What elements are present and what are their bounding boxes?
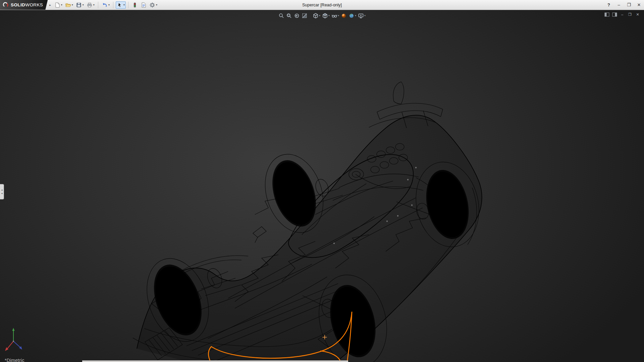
previous-view-icon — [294, 13, 300, 19]
window-title: Supercar [Read-only] — [302, 0, 342, 10]
display-style-button[interactable]: ▾ — [321, 12, 330, 19]
save-button[interactable]: ▾ — [75, 1, 85, 9]
dropdown-caret-icon[interactable]: ▾ — [123, 4, 125, 6]
options-button[interactable]: ▾ — [148, 1, 158, 9]
menu-flyout-arrow-icon[interactable]: ▸ — [49, 3, 51, 7]
orientation-triad[interactable] — [5, 328, 22, 351]
file-properties-button[interactable] — [140, 1, 148, 9]
options-gear-icon — [149, 2, 155, 8]
save-icon — [76, 2, 82, 8]
view-settings-icon — [358, 13, 364, 19]
undo-icon — [102, 2, 108, 8]
toolbar-separator — [128, 2, 128, 8]
toolbar-separator — [98, 2, 98, 8]
zoom-to-area-icon — [286, 13, 292, 19]
undo-button[interactable]: ▾ — [101, 1, 111, 9]
document-window-controls: – ❐ ✕ — [604, 12, 641, 17]
dropdown-caret-icon[interactable]: ▾ — [61, 4, 62, 6]
apply-scene-button[interactable]: ▾ — [348, 12, 357, 19]
3d-scene — [0, 10, 644, 362]
open-button[interactable]: ▾ — [64, 1, 74, 9]
brand-text: SOLIDWORKS — [11, 2, 43, 7]
document-close-button[interactable]: ✕ — [635, 12, 641, 17]
toolbar-separator — [113, 2, 113, 8]
rebuild-traffic-light-icon — [132, 2, 138, 8]
file-properties-icon — [141, 2, 147, 8]
heads-up-view-toolbar: ▾ ▾ ▾ — [278, 12, 366, 19]
titlebar: SOLIDWORKS ▸ ▾ ▾ — [0, 0, 644, 10]
new-document-button[interactable]: ▾ — [53, 1, 63, 9]
zoom-to-fit-icon — [278, 13, 284, 19]
select-cursor-icon — [117, 2, 123, 8]
main-toolbar: ▾ ▾ ▾ — [53, 1, 158, 9]
dropdown-caret-icon[interactable]: ▾ — [328, 14, 330, 17]
previous-view-button[interactable] — [293, 12, 301, 19]
dropdown-caret-icon[interactable]: ▾ — [93, 4, 95, 6]
app-root: SOLIDWORKS ▸ ▾ ▾ — [0, 0, 644, 362]
dropdown-caret-icon[interactable]: ▾ — [156, 4, 157, 6]
print-icon — [87, 2, 93, 8]
hide-show-items-glasses-icon — [331, 13, 337, 19]
section-view-icon — [302, 13, 308, 19]
pane-left-icon — [604, 12, 609, 17]
open-folder-icon — [65, 2, 71, 8]
document-restore-button[interactable]: ❐ — [627, 12, 633, 17]
dropdown-caret-icon[interactable]: ▾ — [72, 4, 73, 6]
help-button[interactable]: ? — [604, 0, 614, 10]
dropdown-caret-icon[interactable]: ▾ — [355, 14, 356, 17]
orientation-label: *Dimetric — [5, 358, 24, 362]
apply-scene-globe-icon — [348, 13, 355, 19]
rebuild-button[interactable] — [131, 1, 139, 9]
restore-button[interactable]: ❐ — [624, 0, 634, 10]
car-wireframe[interactable] — [133, 82, 487, 362]
print-button[interactable]: ▾ — [86, 1, 96, 9]
zoom-to-fit-button[interactable] — [278, 12, 285, 19]
featuremanager-flyout-tab[interactable]: ◂ ◂ — [0, 184, 4, 199]
edit-appearance-sphere-icon — [341, 13, 347, 19]
new-document-icon — [54, 2, 60, 8]
edit-appearance-button[interactable] — [340, 12, 347, 19]
dassault-systemes-logo-icon — [3, 2, 9, 8]
minimize-button[interactable]: – — [614, 0, 624, 10]
solidworks-logo: SOLIDWORKS — [0, 0, 48, 10]
dropdown-caret-icon[interactable]: ▾ — [108, 4, 110, 6]
window-controls: ? – ❐ ✕ — [604, 0, 644, 10]
dropdown-caret-icon[interactable]: ▾ — [338, 14, 339, 17]
zoom-to-area-button[interactable] — [285, 12, 293, 19]
collapse-arrow-icon: ◂ — [1, 189, 3, 191]
collapse-pane-left-button[interactable] — [604, 12, 610, 17]
view-orientation-cube-icon — [313, 13, 319, 19]
pane-right-icon — [612, 12, 617, 17]
graphics-viewport[interactable]: ▾ ▾ ▾ — [0, 10, 644, 362]
section-view-button[interactable] — [301, 12, 308, 19]
view-orientation-button[interactable]: ▾ — [312, 12, 321, 19]
hide-show-items-button[interactable]: ▾ — [331, 12, 340, 19]
display-style-icon — [322, 13, 328, 19]
select-button[interactable]: ▾ — [116, 1, 126, 9]
dropdown-caret-icon[interactable]: ▾ — [364, 14, 366, 17]
view-settings-button[interactable]: ▾ — [357, 12, 366, 19]
collapse-pane-right-button[interactable] — [611, 12, 618, 17]
taskbar-sliver — [82, 360, 348, 362]
dropdown-caret-icon[interactable]: ▾ — [83, 4, 84, 6]
document-minimize-button[interactable]: – — [619, 12, 625, 17]
collapse-arrow-icon: ◂ — [1, 192, 3, 195]
close-button[interactable]: ✕ — [634, 0, 644, 10]
dropdown-caret-icon[interactable]: ▾ — [319, 14, 320, 17]
